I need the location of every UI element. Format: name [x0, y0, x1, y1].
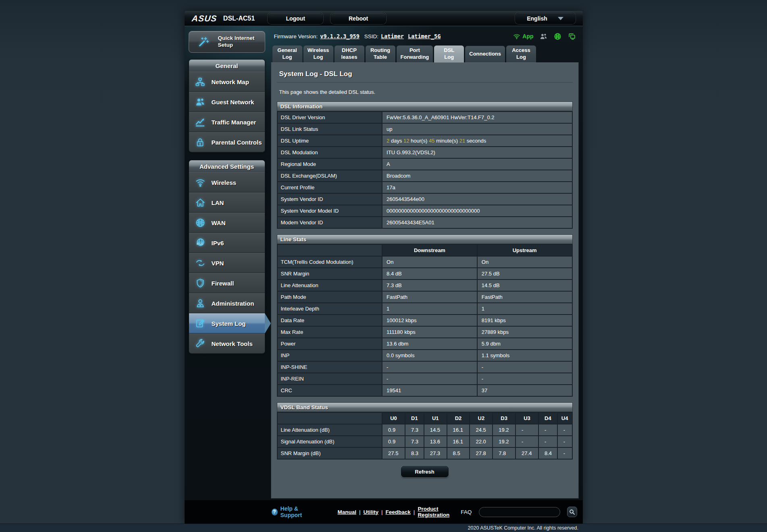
search-button[interactable]	[567, 507, 577, 517]
firmware-version-link[interactable]: v9.1.2.3_959	[320, 33, 360, 39]
router-admin-panel: ASUS DSL-AC51 Logout Reboot English	[185, 11, 583, 524]
table-row: INP-REIN--	[277, 373, 572, 385]
utility-link[interactable]: Utility	[364, 509, 379, 515]
clients-icon[interactable]	[539, 32, 548, 41]
internet-globe-icon[interactable]	[553, 32, 562, 41]
section-header-line-stats: Line Stats	[277, 234, 573, 244]
row-label: DSL Exchange(DSLAM)	[277, 170, 382, 182]
column-header: U3	[515, 412, 538, 424]
row-label: Line Attenuation (dB)	[277, 424, 382, 436]
manual-link[interactable]: Manual	[338, 509, 357, 515]
tab-dhcp-leases[interactable]: DHCP leases	[335, 46, 364, 62]
panel-body: Quick Internet Setup General	[189, 26, 579, 499]
model-name: DSL-AC51	[223, 15, 255, 22]
tab-routing-table[interactable]: Routing Table	[366, 46, 395, 62]
page: ASUS DSL-AC51 Logout Reboot English	[0, 0, 767, 524]
band-value: 8.3	[405, 447, 424, 459]
refresh-row: Refresh	[277, 466, 573, 477]
status-icons: App	[513, 32, 576, 41]
ssid-primary-link[interactable]: Latimer	[381, 33, 404, 39]
sidebar-item-guest-network[interactable]: Guest Network	[189, 92, 265, 112]
magic-wand-icon	[192, 36, 215, 48]
band-value: 7.8	[493, 447, 515, 459]
nav-section-title: Advanced Settings	[189, 160, 265, 172]
wifi-app-icon	[513, 32, 521, 40]
row-value: 0.0 symbols	[382, 350, 477, 361]
row-value: 8191 kbps	[477, 315, 572, 326]
link-separator: |	[381, 509, 383, 515]
sidebar-item-traffic-manager[interactable]: Traffic Manager	[189, 112, 265, 132]
language-select[interactable]: English	[515, 12, 576, 24]
row-value: 100012 kbps	[382, 315, 477, 326]
sidebar-item-ipv6[interactable]: IPv6 IPv6	[189, 233, 265, 253]
table-row: INP0.0 symbols1.1 symbols	[277, 350, 572, 361]
sidebar-item-administration[interactable]: Administration	[189, 293, 265, 313]
row-label: Current Profile	[277, 182, 382, 193]
top-bar: ASUS DSL-AC51 Logout Reboot English	[185, 11, 583, 26]
row-label: Data Rate	[277, 315, 382, 326]
row-value: FastPath	[382, 291, 477, 303]
feedback-link[interactable]: Feedback	[386, 509, 411, 515]
table-row: Line Attenuation7.3 dB14.5 dB	[277, 279, 572, 291]
row-value: FwVer:5.6.36.0_A_A60901 HwVer:T14.F7_0.2	[382, 112, 572, 123]
sidebar-item-wan[interactable]: WAN	[189, 213, 265, 233]
copyright-bar: 2020 ASUSTeK Computer Inc. All rights re…	[0, 524, 767, 532]
column-header: U2	[470, 412, 493, 424]
band-value: -	[515, 436, 538, 447]
table-header-row: DownstreamUpstream	[277, 244, 572, 256]
column-header: D1	[405, 412, 424, 424]
column-header: Upstream	[477, 244, 572, 256]
tab-connections[interactable]: Connections	[465, 46, 505, 62]
sidebar: Quick Internet Setup General	[189, 31, 265, 499]
sidebar-item-parental-controls[interactable]: Parental Controls	[189, 132, 265, 152]
sidebar-item-label: Guest Network	[212, 99, 254, 106]
refresh-button[interactable]: Refresh	[401, 466, 449, 477]
sidebar-item-vpn[interactable]: VPN	[189, 253, 265, 273]
product-registration-link[interactable]: Product Registration	[418, 506, 457, 518]
tab-port-forwarding[interactable]: Port Forwarding	[397, 46, 433, 62]
band-value: 22.0	[470, 436, 493, 447]
row-label: DSL Driver Version	[277, 112, 382, 123]
sidebar-item-wireless[interactable]: Wireless	[189, 172, 265, 193]
row-label: DSL Modulation	[277, 147, 382, 158]
sidebar-item-label: Network Tools	[212, 340, 253, 347]
tab-wireless-log[interactable]: Wireless Log	[303, 46, 333, 62]
dsl-information-table: DSL Driver VersionFwVer:5.6.36.0_A_A6090…	[277, 111, 573, 229]
ipv6-globe-icon: IPv6	[189, 237, 212, 248]
table-row: Regional ModeA	[277, 158, 572, 170]
asus-logo: ASUS	[191, 14, 217, 23]
band-value: 27.3	[424, 447, 447, 459]
panel-footer: ? Help & Support Manual | Utility | Feed…	[185, 500, 583, 524]
row-value: -	[382, 373, 477, 385]
sidebar-item-lan[interactable]: LAN	[189, 193, 265, 213]
help-support-link[interactable]: ? Help & Support	[272, 505, 317, 518]
table-header-row: U0D1U1D2U2D3U3D4U4	[277, 412, 572, 424]
sidebar-item-network-map[interactable]: Network Map	[189, 72, 265, 92]
quick-internet-setup-button[interactable]: Quick Internet Setup	[189, 31, 265, 53]
sidebar-item-system-log[interactable]: System Log	[189, 313, 265, 333]
table-row: Interleave Depth11	[277, 303, 572, 315]
sidebar-item-network-tools[interactable]: Network Tools	[189, 333, 265, 354]
table-row: DSL ModulationITU G.993.2(VDSL2)	[277, 147, 572, 158]
ssid-secondary-link[interactable]: Latimer_5G	[408, 33, 441, 39]
row-value: 1.1 symbols	[477, 350, 572, 361]
tab-dsl-log[interactable]: DSL Log	[434, 46, 464, 62]
row-value: 19541	[382, 385, 477, 396]
sidebar-item-label: IPv6	[212, 240, 224, 246]
faq-search-input[interactable]	[479, 507, 560, 517]
reboot-button[interactable]: Reboot	[330, 12, 386, 24]
row-label: CRC	[277, 385, 382, 396]
screen-mirror-icon[interactable]	[567, 32, 576, 41]
row-value: 13.6 dbm	[382, 338, 477, 350]
link-separator: |	[359, 509, 361, 515]
tab-general-log[interactable]: General Log	[272, 46, 302, 62]
logout-button[interactable]: Logout	[268, 12, 323, 24]
tab-access-log[interactable]: Access Log	[506, 46, 536, 62]
row-label: Line Attenuation	[277, 279, 382, 291]
sidebar-item-firewall[interactable]: Firewall	[189, 273, 265, 293]
row-label: INP-REIN	[277, 373, 382, 385]
row-value: 111180 kbps	[382, 326, 477, 338]
row-value: 5.9 dbm	[477, 338, 572, 350]
sidebar-item-label: Network Map	[212, 79, 249, 85]
app-button[interactable]: App	[513, 32, 533, 40]
